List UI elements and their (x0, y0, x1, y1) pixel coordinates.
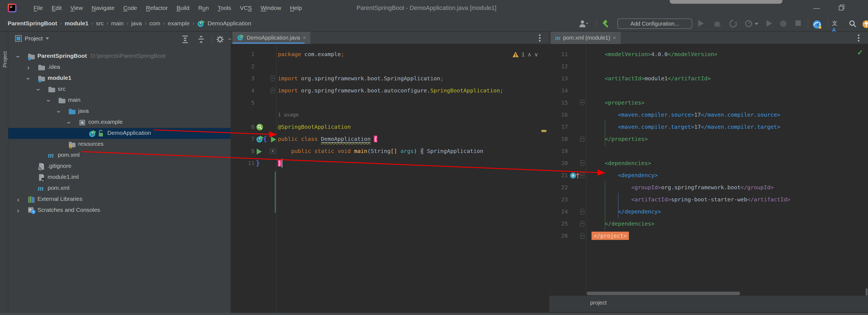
search-icon[interactable] (848, 20, 857, 28)
menu-tools[interactable]: Tools (214, 3, 235, 13)
code-line-16[interactable]: 16 <maven.compiler.source>17</maven.comp… (550, 109, 868, 121)
tree-item-pom-xml[interactable]: mpom.xml (8, 183, 230, 194)
stop-icon[interactable] (795, 20, 803, 28)
editor-options-kebab-icon[interactable]: ••• (858, 34, 860, 42)
code-line-26[interactable]: 26</project> (550, 230, 868, 242)
fold-marker-icon[interactable] (580, 160, 584, 166)
fold-expand-icon[interactable]: + (270, 149, 275, 154)
code-line-21[interactable]: 21 <dependency> (550, 169, 868, 181)
code-line-23[interactable]: 23 <artifactId>spring-boot-starter-web</… (550, 193, 868, 206)
breadcrumb-demoapplication[interactable]: DemoApplication (208, 20, 251, 27)
check-icon[interactable]: ✓ (857, 49, 863, 57)
chevron-down-icon[interactable] (45, 37, 49, 40)
profiler-dropdown-icon[interactable] (754, 22, 763, 30)
tab-close-icon[interactable]: × (613, 35, 616, 41)
tree-item--gitignore[interactable]: .gitignore (8, 161, 230, 172)
tree-item-src[interactable]: ›src (8, 84, 230, 95)
breadcrumb-main[interactable]: main (111, 20, 124, 27)
code-line-5[interactable]: 5 (231, 97, 549, 109)
minimize-icon[interactable]: — (808, 0, 825, 16)
profiler-icon[interactable] (744, 20, 753, 28)
editor-demoapplication[interactable]: 1package com.example;23import org.spring… (231, 44, 549, 315)
chevron-down-icon[interactable]: › (48, 97, 50, 104)
tree-item-module1[interactable]: ›module1 (8, 73, 230, 84)
code-line-2[interactable]: 2 (231, 60, 549, 72)
next-problem-icon[interactable]: ∨ (534, 51, 538, 58)
menu-run[interactable]: Run (194, 3, 213, 13)
build-hammer-icon[interactable] (601, 20, 610, 28)
chevron-right-icon[interactable]: › (17, 207, 19, 215)
collapse-all-icon[interactable] (197, 35, 205, 44)
code-line-3[interactable]: 3import org.springframework.boot.SpringA… (231, 72, 549, 85)
code-line-17[interactable]: 17 <maven.compiler.target>17</maven.comp… (550, 121, 868, 133)
user-icon[interactable] (579, 20, 587, 28)
breadcrumb[interactable]: ParentSpringBoot›module1›src›main›java›c… (8, 16, 251, 31)
update-icon[interactable] (862, 20, 868, 28)
code-line-7[interactable]: 7{public class DemoApplication { (231, 133, 549, 145)
tree-item-demoapplication[interactable]: DemoApplication (8, 128, 230, 139)
editor-pom-xml[interactable]: 11 <modelVersion>4.0.0</modelVersion>121… (550, 44, 868, 315)
fold-marker-icon[interactable] (580, 233, 584, 239)
chevron-right-icon[interactable]: › (17, 196, 19, 203)
run-icon[interactable] (697, 20, 705, 28)
code-line-13[interactable]: 13 <artifactId>module1</artifactId> (550, 72, 868, 85)
menu-code[interactable]: Code (119, 3, 141, 13)
menu-view[interactable]: View (67, 3, 87, 13)
fold-marker-icon[interactable] (271, 88, 275, 93)
code-line-22[interactable]: 22 <groupId>org.springframework.boot</gr… (550, 181, 868, 193)
restore-icon[interactable] (834, 0, 850, 16)
menu-file[interactable]: File (30, 3, 47, 13)
chevron-down-icon[interactable]: › (37, 86, 40, 94)
record-icon[interactable] (779, 20, 787, 28)
breadcrumb-parentspringboot[interactable]: ParentSpringBoot (8, 20, 57, 27)
tree-item-scratches-and-consoles[interactable]: ›Scratches and Consoles (8, 205, 230, 216)
tree-item--idea[interactable]: ›.idea (8, 62, 230, 73)
tree-item-main[interactable]: ›main (8, 95, 230, 106)
code-line-4[interactable]: 4import org.springframework.boot.autocon… (231, 85, 549, 97)
menu-edit[interactable]: Edit (48, 3, 65, 13)
usages-inlay[interactable]: 1 usage (278, 109, 299, 121)
code-line-15[interactable]: 15 <properties> (550, 97, 868, 109)
fold-marker-icon[interactable] (580, 209, 584, 214)
gauge-icon[interactable] (812, 20, 820, 28)
code-line-25[interactable]: 25 </dependencies> (550, 218, 868, 230)
add-configuration-button[interactable]: Add Configuration... (617, 19, 692, 29)
breadcrumb-project[interactable]: project (590, 300, 607, 306)
chevron-down-icon[interactable]: › (58, 108, 60, 116)
tree-item-module1-iml[interactable]: module1.iml (8, 172, 230, 183)
prev-problem-icon[interactable]: ∧ (527, 51, 531, 58)
breadcrumb-example[interactable]: example (168, 20, 190, 27)
tree-item-parentspringboot[interactable]: ›ParentSpringBootD:\projects\ParentSprin… (8, 51, 230, 62)
code-line-11[interactable]: 11}} (231, 157, 549, 169)
brace-close-gutter-icon[interactable]: } (256, 157, 260, 169)
fold-marker-icon[interactable] (580, 136, 584, 142)
translate-icon[interactable]: 文A (832, 20, 840, 28)
tree-item-external-libraries[interactable]: ›External Libraries (8, 194, 230, 205)
code-line-14[interactable]: 14 (550, 85, 868, 97)
fold-marker-icon[interactable] (580, 100, 584, 105)
breadcrumb-src[interactable]: src (96, 20, 104, 27)
inlay-hint-row[interactable]: 1 usage (231, 109, 549, 121)
tab-pom-xml[interactable]: m pom.xml (module1) × (551, 32, 621, 44)
code-line-19[interactable]: 19 (550, 145, 868, 157)
menu-vcs[interactable]: VCS (236, 3, 256, 13)
code-line-8[interactable]: 8+ public static void main(String[] args… (231, 145, 549, 157)
fold-marker-icon[interactable] (580, 172, 584, 178)
menu-navigate[interactable]: Navigate (88, 3, 118, 13)
fold-marker-icon[interactable] (580, 221, 584, 226)
run-2-icon[interactable] (765, 20, 774, 28)
chevron-down-icon[interactable]: › (27, 75, 29, 83)
code-line-24[interactable]: 24 </dependency> (550, 206, 868, 218)
breadcrumb-com[interactable]: com (149, 20, 160, 27)
menu-build[interactable]: Build (173, 3, 193, 13)
code-line-6[interactable]: 6@SpringBootApplication (231, 121, 549, 133)
chevron-right-icon[interactable]: › (27, 64, 29, 71)
tree-item-resources[interactable]: resources (8, 139, 230, 150)
breadcrumb-java[interactable]: java (131, 20, 142, 27)
project-stripe-button[interactable]: Project (2, 46, 8, 73)
settings-gear-icon[interactable] (216, 35, 224, 44)
expand-all-icon[interactable] (182, 35, 189, 44)
horizontal-scrollbar[interactable] (587, 292, 740, 295)
tree-item-pom-xml[interactable]: mpom.xml (8, 150, 230, 161)
chevron-down-icon[interactable]: › (68, 119, 70, 127)
